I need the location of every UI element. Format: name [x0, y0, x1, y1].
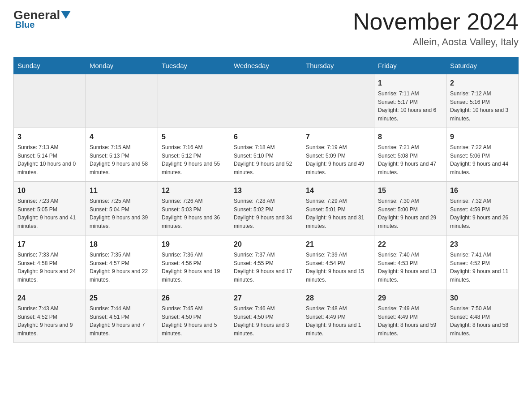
- day-number: 8: [378, 132, 442, 142]
- day-info: Sunrise: 7:46 AM Sunset: 4:50 PM Dayligh…: [234, 304, 298, 338]
- calendar-cell: 15Sunrise: 7:30 AM Sunset: 5:00 PM Dayli…: [374, 182, 446, 235]
- day-number: 17: [17, 239, 82, 250]
- day-number: 6: [234, 132, 298, 142]
- calendar-body: 1Sunrise: 7:11 AM Sunset: 5:17 PM Daylig…: [14, 74, 519, 343]
- day-number: 25: [90, 293, 154, 304]
- calendar-cell: 25Sunrise: 7:44 AM Sunset: 4:51 PM Dayli…: [86, 289, 158, 343]
- day-info: Sunrise: 7:26 AM Sunset: 5:03 PM Dayligh…: [162, 197, 226, 230]
- day-number: 22: [378, 239, 442, 250]
- calendar-cell: 16Sunrise: 7:32 AM Sunset: 4:59 PM Dayli…: [446, 182, 519, 235]
- day-number: 27: [234, 293, 298, 304]
- day-info: Sunrise: 7:36 AM Sunset: 4:56 PM Dayligh…: [162, 251, 226, 284]
- day-number: 12: [162, 185, 226, 196]
- calendar-cell: 17Sunrise: 7:33 AM Sunset: 4:58 PM Dayli…: [14, 235, 86, 289]
- calendar-cell: 8Sunrise: 7:21 AM Sunset: 5:08 PM Daylig…: [374, 128, 446, 182]
- day-info: Sunrise: 7:12 AM Sunset: 5:16 PM Dayligh…: [450, 90, 515, 123]
- day-info: Sunrise: 7:15 AM Sunset: 5:13 PM Dayligh…: [90, 143, 154, 176]
- calendar-cell: 10Sunrise: 7:23 AM Sunset: 5:05 PM Dayli…: [14, 182, 86, 235]
- calendar-cell: 11Sunrise: 7:25 AM Sunset: 5:04 PM Dayli…: [86, 182, 158, 235]
- calendar-cell: 14Sunrise: 7:29 AM Sunset: 5:01 PM Dayli…: [302, 182, 374, 235]
- day-info: Sunrise: 7:40 AM Sunset: 4:53 PM Dayligh…: [378, 251, 442, 284]
- day-number: 30: [450, 293, 515, 304]
- calendar-cell: 1Sunrise: 7:11 AM Sunset: 5:17 PM Daylig…: [374, 74, 446, 128]
- calendar-row: 24Sunrise: 7:43 AM Sunset: 4:52 PM Dayli…: [14, 289, 519, 343]
- day-info: Sunrise: 7:22 AM Sunset: 5:06 PM Dayligh…: [450, 143, 515, 176]
- title-area: November 2024 Allein, Aosta Valley, Ital…: [353, 9, 519, 48]
- calendar-table: Sunday Monday Tuesday Wednesday Thursday…: [13, 57, 519, 343]
- calendar-cell: 27Sunrise: 7:46 AM Sunset: 4:50 PM Dayli…: [230, 289, 302, 343]
- day-number: 19: [162, 239, 226, 250]
- calendar-cell: 26Sunrise: 7:45 AM Sunset: 4:50 PM Dayli…: [158, 289, 230, 343]
- day-number: 3: [17, 132, 82, 142]
- day-number: 18: [90, 239, 154, 250]
- day-info: Sunrise: 7:33 AM Sunset: 4:58 PM Dayligh…: [17, 251, 82, 284]
- day-info: Sunrise: 7:11 AM Sunset: 5:17 PM Dayligh…: [378, 90, 442, 123]
- calendar-cell: 21Sunrise: 7:39 AM Sunset: 4:54 PM Dayli…: [302, 235, 374, 289]
- day-info: Sunrise: 7:49 AM Sunset: 4:49 PM Dayligh…: [378, 304, 442, 338]
- logo: General Blue: [13, 9, 71, 30]
- calendar-cell: 19Sunrise: 7:36 AM Sunset: 4:56 PM Dayli…: [158, 235, 230, 289]
- header-row: Sunday Monday Tuesday Wednesday Thursday…: [14, 57, 519, 74]
- day-info: Sunrise: 7:13 AM Sunset: 5:14 PM Dayligh…: [17, 143, 82, 176]
- calendar-cell: 4Sunrise: 7:15 AM Sunset: 5:13 PM Daylig…: [86, 128, 158, 182]
- day-number: 15: [378, 185, 442, 196]
- day-info: Sunrise: 7:18 AM Sunset: 5:10 PM Dayligh…: [234, 143, 298, 176]
- day-info: Sunrise: 7:45 AM Sunset: 4:50 PM Dayligh…: [162, 304, 226, 338]
- day-number: 1: [378, 78, 442, 89]
- day-number: 5: [162, 132, 226, 142]
- day-number: 2: [450, 78, 515, 89]
- calendar-cell: 28Sunrise: 7:48 AM Sunset: 4:49 PM Dayli…: [302, 289, 374, 343]
- calendar-cell: [302, 74, 374, 128]
- col-thursday: Thursday: [302, 57, 374, 74]
- calendar-cell: 29Sunrise: 7:49 AM Sunset: 4:49 PM Dayli…: [374, 289, 446, 343]
- calendar-cell: 3Sunrise: 7:13 AM Sunset: 5:14 PM Daylig…: [14, 128, 86, 182]
- day-number: 28: [306, 293, 370, 304]
- day-info: Sunrise: 7:30 AM Sunset: 5:00 PM Dayligh…: [378, 197, 442, 230]
- day-number: 14: [306, 185, 370, 196]
- calendar-row: 3Sunrise: 7:13 AM Sunset: 5:14 PM Daylig…: [14, 128, 519, 182]
- day-info: Sunrise: 7:23 AM Sunset: 5:05 PM Dayligh…: [17, 197, 82, 230]
- day-number: 10: [17, 185, 82, 196]
- location-title: Allein, Aosta Valley, Italy: [353, 36, 519, 48]
- day-number: 20: [234, 239, 298, 250]
- day-number: 29: [378, 293, 442, 304]
- calendar-cell: 22Sunrise: 7:40 AM Sunset: 4:53 PM Dayli…: [374, 235, 446, 289]
- calendar-cell: [158, 74, 230, 128]
- day-info: Sunrise: 7:25 AM Sunset: 5:04 PM Dayligh…: [90, 197, 154, 230]
- calendar-cell: 12Sunrise: 7:26 AM Sunset: 5:03 PM Dayli…: [158, 182, 230, 235]
- page-header: General Blue November 2024 Allein, Aosta…: [13, 9, 519, 48]
- calendar-cell: [86, 74, 158, 128]
- day-info: Sunrise: 7:19 AM Sunset: 5:09 PM Dayligh…: [306, 143, 370, 176]
- day-info: Sunrise: 7:39 AM Sunset: 4:54 PM Dayligh…: [306, 251, 370, 284]
- day-info: Sunrise: 7:21 AM Sunset: 5:08 PM Dayligh…: [378, 143, 442, 176]
- calendar-cell: 6Sunrise: 7:18 AM Sunset: 5:10 PM Daylig…: [230, 128, 302, 182]
- day-number: 7: [306, 132, 370, 142]
- col-friday: Friday: [374, 57, 446, 74]
- calendar-cell: 24Sunrise: 7:43 AM Sunset: 4:52 PM Dayli…: [14, 289, 86, 343]
- day-info: Sunrise: 7:29 AM Sunset: 5:01 PM Dayligh…: [306, 197, 370, 230]
- calendar-cell: 13Sunrise: 7:28 AM Sunset: 5:02 PM Dayli…: [230, 182, 302, 235]
- day-number: 16: [450, 185, 515, 196]
- col-monday: Monday: [86, 57, 158, 74]
- calendar-cell: 30Sunrise: 7:50 AM Sunset: 4:48 PM Dayli…: [446, 289, 519, 343]
- calendar-row: 1Sunrise: 7:11 AM Sunset: 5:17 PM Daylig…: [14, 74, 519, 128]
- calendar-cell: 2Sunrise: 7:12 AM Sunset: 5:16 PM Daylig…: [446, 74, 519, 128]
- day-number: 26: [162, 293, 226, 304]
- calendar-cell: 7Sunrise: 7:19 AM Sunset: 5:09 PM Daylig…: [302, 128, 374, 182]
- logo-icon: [61, 11, 71, 19]
- col-saturday: Saturday: [446, 57, 519, 74]
- day-number: 13: [234, 185, 298, 196]
- calendar-cell: [230, 74, 302, 128]
- day-info: Sunrise: 7:28 AM Sunset: 5:02 PM Dayligh…: [234, 197, 298, 230]
- day-number: 24: [17, 293, 82, 304]
- calendar-cell: 23Sunrise: 7:41 AM Sunset: 4:52 PM Dayli…: [446, 235, 519, 289]
- calendar-row: 10Sunrise: 7:23 AM Sunset: 5:05 PM Dayli…: [14, 182, 519, 235]
- day-info: Sunrise: 7:43 AM Sunset: 4:52 PM Dayligh…: [17, 304, 82, 338]
- calendar-cell: 18Sunrise: 7:35 AM Sunset: 4:57 PM Dayli…: [86, 235, 158, 289]
- day-number: 4: [90, 132, 154, 142]
- day-number: 11: [90, 185, 154, 196]
- day-info: Sunrise: 7:44 AM Sunset: 4:51 PM Dayligh…: [90, 304, 154, 338]
- col-sunday: Sunday: [14, 57, 86, 74]
- calendar-cell: [14, 74, 86, 128]
- svg-marker-0: [61, 11, 71, 19]
